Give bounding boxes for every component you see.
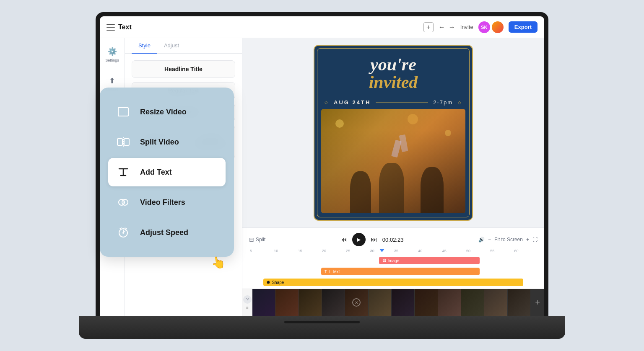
ruler-tick-10: 10 — [273, 249, 297, 253]
track-text: T T Text — [249, 267, 538, 276]
track-shape-bar[interactable]: ⬟ Shape — [263, 279, 523, 286]
invite-time: 2-7pm — [433, 99, 453, 106]
avatar-initials: SK — [478, 21, 490, 33]
track-image-bar[interactable]: 🖼 Image — [379, 257, 480, 264]
menu-icon[interactable] — [106, 24, 115, 31]
invite-line — [376, 102, 428, 103]
split-video-icon — [115, 134, 132, 150]
svg-rect-0 — [118, 108, 128, 116]
svg-point-8 — [122, 232, 124, 234]
menu-item-speed[interactable]: Adjust Speed — [108, 218, 226, 247]
diamond-right: ◇ — [458, 100, 462, 105]
resize-video-icon — [115, 103, 132, 120]
ruler-tick-45: 45 — [441, 249, 465, 253]
resize-video-label: Resize Video — [140, 108, 187, 116]
ruler-tick-20: 20 — [321, 249, 345, 253]
zoom-out[interactable]: − — [488, 237, 491, 243]
add-button[interactable]: + — [423, 22, 434, 32]
fit-label[interactable]: Fit to Screen — [494, 237, 523, 243]
invite-label[interactable]: Invite — [460, 24, 473, 30]
split-icon: ⊟ — [249, 236, 254, 243]
timeline-area: ⊟ Split ⏮ ▶ ⏭ 00:02:23 � — [242, 227, 544, 316]
menu-item-filters[interactable]: Video Filters — [108, 188, 226, 217]
filmstrip-frame-1[interactable] — [252, 289, 275, 316]
ruler-tick-30: 30 — [369, 249, 393, 253]
menu-item-resize[interactable]: Resize Video — [108, 98, 226, 126]
shape-track-label: Shape — [272, 280, 284, 285]
tab-adjust[interactable]: Adjust — [157, 38, 186, 54]
text-track-label: T Text — [329, 269, 340, 274]
zoom-in[interactable]: + — [526, 237, 529, 243]
filmstrip-frame-7[interactable] — [392, 289, 415, 316]
ruler-tick-15: 15 — [297, 249, 321, 253]
filmstrip-icon: ≡ — [246, 305, 249, 310]
playback-controls: ⏮ ▶ ⏭ 00:02:23 — [340, 233, 404, 246]
filmstrip-frame-3[interactable] — [299, 289, 322, 316]
time-display: 00:02:23 — [382, 237, 404, 243]
filmstrip-frame-2[interactable] — [275, 289, 299, 316]
settings-label: Settings — [105, 58, 119, 62]
filmstrip-frame-8[interactable] — [415, 289, 438, 316]
tab-style[interactable]: Style — [132, 38, 157, 54]
filmstrip-add-button[interactable]: + — [531, 289, 544, 316]
ruler-tick-25: 25 — [345, 249, 369, 253]
filmstrip-frame-5[interactable]: ✕ — [345, 289, 368, 316]
upload-icon: ⬆ — [107, 76, 117, 86]
filmstrip-frame-10[interactable] — [461, 289, 484, 316]
help-button[interactable]: ? — [243, 295, 252, 304]
fullscreen-icon[interactable]: ⛶ — [532, 237, 538, 243]
menu-item-addtext[interactable]: Add Text 👆 — [108, 158, 226, 186]
headline-title-btn[interactable]: Headline Title — [132, 60, 235, 78]
sidebar-item-settings[interactable]: ⚙️ Settings — [104, 43, 121, 66]
shape-track-icon: ⬟ — [267, 280, 270, 284]
panel-tabs: Style Adjust — [125, 38, 242, 54]
volume-icon[interactable]: 🔊 — [478, 237, 485, 243]
filmstrip-frame-12[interactable] — [508, 289, 531, 316]
invite-top: you're invited — [314, 46, 472, 96]
ruler-tick-35: 35 — [393, 249, 417, 253]
text-track-icon: T — [325, 269, 327, 274]
adjust-speed-icon — [115, 224, 132, 241]
add-text-icon — [115, 164, 132, 181]
floating-menu: Resize Video Split Video — [100, 88, 234, 257]
svg-rect-2 — [124, 139, 129, 145]
timeline-ruler: 5 10 15 20 25 30 35 40 — [242, 248, 544, 254]
filmstrip-frame-9[interactable] — [438, 289, 461, 316]
play-button[interactable]: ▶ — [352, 233, 366, 246]
redo-arrow[interactable]: → — [449, 23, 455, 31]
track-text-bar[interactable]: T T Text — [321, 268, 480, 275]
split-label: Split — [256, 237, 265, 243]
image-track-icon: 🖼 — [382, 258, 386, 263]
filmstrip-frame-11[interactable] — [484, 289, 507, 316]
settings-icon: ⚙️ — [107, 46, 117, 57]
canvas-viewport: you're invited ◇ AUG 24TH 2-7pm ◇ — [242, 38, 544, 227]
timeline-right: 🔊 − Fit to Screen + ⛶ — [478, 237, 538, 243]
avatar-image — [492, 21, 504, 33]
avatar-group: SK — [478, 21, 504, 33]
adjust-speed-label: Adjust Speed — [140, 228, 188, 237]
filmstrip-frame-4[interactable] — [322, 289, 345, 316]
skip-forward-icon[interactable]: ⏭ — [371, 236, 377, 243]
canvas-area: you're invited ◇ AUG 24TH 2-7pm ◇ — [242, 38, 544, 316]
filmstrip-frame-6[interactable] — [369, 289, 392, 316]
ruler-tick-60: 60 — [514, 249, 538, 253]
ruler-tick-40: 40 — [417, 249, 441, 253]
invite-photo — [321, 109, 465, 213]
skip-back-icon[interactable]: ⏮ — [340, 236, 347, 243]
track-shape: ⬟ Shape — [249, 278, 538, 287]
invite-youre: you're — [325, 56, 462, 73]
track-image: 🖼 Image — [249, 256, 538, 265]
ruler-tick-55: 55 — [489, 249, 513, 253]
menu-item-split[interactable]: Split Video — [108, 128, 226, 156]
ruler-tick-50: 50 — [465, 249, 489, 253]
section-title: Text — [118, 23, 420, 31]
undo-arrow[interactable]: ← — [439, 23, 445, 31]
invite-invited: invited — [325, 73, 462, 91]
diamond-left: ◇ — [325, 100, 329, 105]
export-button[interactable]: Export — [509, 21, 538, 33]
svg-rect-1 — [117, 139, 122, 145]
ruler-tick-5: 5 — [249, 249, 273, 253]
split-button[interactable]: ⊟ Split — [249, 236, 265, 243]
video-filters-icon — [115, 194, 132, 211]
split-video-label: Split Video — [140, 138, 179, 147]
